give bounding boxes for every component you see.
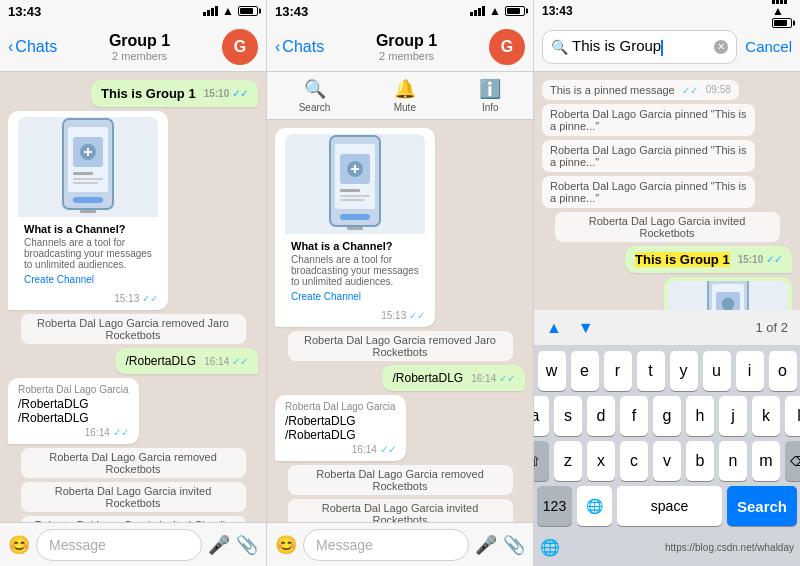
match-msg-right: This is Group 1 15:10 ✓✓: [625, 246, 792, 273]
next-result-button[interactable]: ▼: [578, 319, 594, 337]
time-right: 13:43: [542, 4, 573, 18]
signal-icon-left: [203, 6, 218, 16]
keyboard: q w e r t y u i o p a s d f g h j k l ⇧ …: [534, 346, 800, 566]
key-y[interactable]: y: [670, 351, 698, 391]
search-icon-right: 🔍: [551, 39, 568, 55]
key-c[interactable]: c: [620, 441, 648, 481]
nav-row: ▲ ▼ 1 of 2: [534, 310, 800, 346]
cancel-button[interactable]: Cancel: [745, 38, 792, 55]
number-key[interactable]: 123: [537, 486, 572, 526]
key-o[interactable]: o: [769, 351, 797, 391]
url-text: https://blog.csdn.net/whalday: [665, 542, 794, 553]
event0-left: Roberta Dal Lago Garcia removed Rocketbo…: [21, 448, 246, 478]
search-input-wrap[interactable]: 🔍 This is Group ✕: [542, 30, 737, 64]
key-z[interactable]: z: [554, 441, 582, 481]
key-x[interactable]: x: [587, 441, 615, 481]
card-link-left[interactable]: Create Channel: [24, 274, 152, 285]
pinned-3: Roberta Dal Lago Garcia pinned "This is …: [542, 140, 755, 172]
incoming-msg2-left: Roberta Dal Lago Garcia /RobertaDLG /Rob…: [8, 378, 139, 444]
toolbar-info[interactable]: ℹ️ Info: [479, 78, 501, 113]
battery-icon-mid: [505, 6, 525, 16]
nav-arrows: ▲ ▼: [546, 319, 594, 337]
toolbar-search[interactable]: 🔍 Search: [299, 78, 331, 113]
input-placeholder-mid: Message: [316, 537, 373, 553]
back-label-left: Chats: [15, 38, 57, 56]
globe-bottom-icon: 🌐: [540, 538, 560, 557]
svg-rect-10: [80, 210, 96, 213]
event1-mid: Roberta Dal Lago Garcia invited Rocketbo…: [288, 499, 513, 522]
key-j[interactable]: j: [719, 396, 747, 436]
result-counter: 1 of 2: [755, 320, 788, 335]
back-button-mid[interactable]: ‹ Chats: [275, 38, 324, 56]
key-l[interactable]: l: [785, 396, 800, 436]
card-image-left: [18, 117, 158, 217]
avatar-left[interactable]: G: [222, 29, 258, 65]
toolbar-mute[interactable]: 🔔 Mute: [394, 78, 416, 113]
clear-search-icon[interactable]: ✕: [714, 40, 728, 54]
key-g[interactable]: g: [653, 396, 681, 436]
key-e[interactable]: e: [571, 351, 599, 391]
time-mid: 13:43: [275, 4, 308, 19]
space-key[interactable]: space: [617, 486, 722, 526]
outgoing-msg1-left: /RobertaDLG 16:14 ✓✓: [115, 348, 258, 374]
key-v[interactable]: v: [653, 441, 681, 481]
toolbar-mid: 🔍 Search 🔔 Mute ℹ️ Info: [267, 72, 533, 120]
emoji-icon-mid[interactable]: 😊: [275, 534, 297, 556]
attach-icon-left[interactable]: 📎: [236, 534, 258, 556]
key-d[interactable]: d: [587, 396, 615, 436]
svg-rect-7: [73, 178, 103, 180]
wifi-icon-left: ▲: [222, 4, 234, 18]
key-f[interactable]: f: [620, 396, 648, 436]
key-n[interactable]: n: [719, 441, 747, 481]
system-msg-mid: Roberta Dal Lago Garcia removed Jaro Roc…: [288, 331, 513, 361]
card-image-mid: [285, 134, 425, 234]
key-m[interactable]: m: [752, 441, 780, 481]
key-i[interactable]: i: [736, 351, 764, 391]
svg-rect-8: [73, 182, 98, 184]
card-title-left: What is a Channel?: [24, 223, 152, 235]
emoji-icon-left[interactable]: 😊: [8, 534, 30, 556]
keyboard-row-1: q w e r t y u i o p: [534, 346, 800, 391]
key-k[interactable]: k: [752, 396, 780, 436]
battery-icon-right: [772, 18, 792, 28]
back-chevron-mid: ‹: [275, 38, 280, 56]
input-bar-mid: 😊 Message 🎤 📎: [267, 522, 533, 566]
svg-rect-21: [347, 227, 363, 230]
channel-card-mid: What is a Channel? Channels are a tool f…: [285, 134, 425, 308]
key-t[interactable]: t: [637, 351, 665, 391]
key-w[interactable]: w: [538, 351, 566, 391]
message-input-left[interactable]: Message: [36, 529, 202, 561]
key-r[interactable]: r: [604, 351, 632, 391]
delete-key[interactable]: ⌫: [785, 441, 800, 481]
group-subtitle-left: 2 members: [112, 50, 167, 62]
svg-rect-18: [340, 195, 370, 197]
key-u[interactable]: u: [703, 351, 731, 391]
search-input[interactable]: This is Group: [572, 37, 710, 55]
key-s[interactable]: s: [554, 396, 582, 436]
avatar-mid[interactable]: G: [489, 29, 525, 65]
card-link-mid[interactable]: Create Channel: [291, 291, 419, 302]
key-b[interactable]: b: [686, 441, 714, 481]
keyboard-row-2: a s d f g h j k l: [534, 391, 800, 436]
signal-icon-mid: [470, 6, 485, 16]
messages-area-left: This is Group 1 15:10 ✓✓: [0, 72, 266, 522]
chat-header-left: ‹ Chats Group 1 2 members G: [0, 22, 266, 72]
prev-result-button[interactable]: ▲: [546, 319, 562, 337]
svg-rect-20: [340, 214, 370, 220]
keyboard-row-3: ⇧ z x c v b n m ⌫: [534, 436, 800, 481]
back-button-left[interactable]: ‹ Chats: [8, 38, 57, 56]
chat-header-mid: ‹ Chats Group 1 2 members G: [267, 22, 533, 72]
search-bar-row: 🔍 This is Group ✕ Cancel: [534, 22, 800, 72]
message-input-mid[interactable]: Message: [303, 529, 469, 561]
card-msg-mid: What is a Channel? Channels are a tool f…: [275, 128, 435, 327]
invited-rocketbots-msg: Roberta Dal Lago Garcia invited Rocketbo…: [555, 212, 780, 242]
key-h[interactable]: h: [686, 396, 714, 436]
search-key[interactable]: Search: [727, 486, 797, 526]
globe-key[interactable]: 🌐: [577, 486, 612, 526]
audio-icon-mid[interactable]: 🎤: [475, 534, 497, 556]
text-cursor: [661, 40, 663, 56]
battery-icon-left: [238, 6, 258, 16]
audio-icon-left[interactable]: 🎤: [208, 534, 230, 556]
avatar-letter-mid: G: [501, 38, 513, 56]
attach-icon-mid[interactable]: 📎: [503, 534, 525, 556]
